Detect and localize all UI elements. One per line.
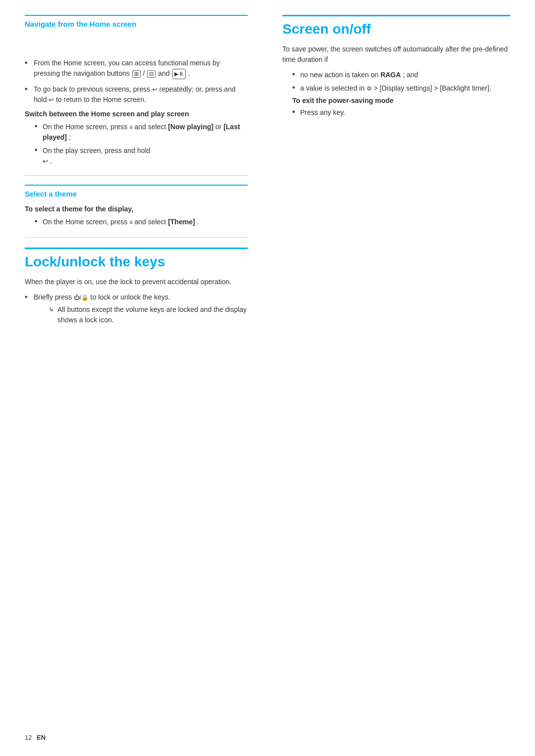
screen-intro: To save power, the screen switches off a… xyxy=(282,44,510,65)
back-icon-3: ↩ xyxy=(43,157,48,165)
switch-bullet-2: • On the play screen, press and hold ↩ . xyxy=(25,146,248,166)
switch-bullet-1-text: On the Home screen, press ≡ and select [… xyxy=(43,122,248,143)
select-theme-section: Select a theme To select a theme for the… xyxy=(25,185,248,227)
menu-icon-2: ≡ xyxy=(129,219,134,226)
language-label: EN xyxy=(37,734,46,741)
page: Navigate from the Home screen • From the… xyxy=(0,0,535,756)
back-icon-1: ↩ xyxy=(152,86,160,93)
lock-header: Lock/unlock the keys xyxy=(25,248,248,270)
nav-icon-right: ⊟ xyxy=(147,70,156,78)
switch-bullet-list: • On the Home screen, press ≡ and select… xyxy=(25,122,248,166)
exit-bullet-text: Press any key. xyxy=(300,107,510,118)
navigate-heading: Navigate from the Home screen xyxy=(25,20,248,28)
screen-bullet-1-text: no new action is taken on RAGA ; and xyxy=(300,70,510,80)
back-icon-2: ↩ xyxy=(49,96,56,103)
lock-arrow-text: All buttons except the volume keys are l… xyxy=(57,304,248,325)
divider-1 xyxy=(25,175,248,176)
navigate-bullet-2: • To go back to previous screens, press … xyxy=(25,84,248,105)
navigate-bullet-2-text: To go back to previous screens, press ↩ … xyxy=(34,84,248,105)
play-pause-icon: ▶⏸ xyxy=(172,69,186,79)
arrow-icon: ↳ xyxy=(49,304,57,314)
screen-heading: Screen on/off xyxy=(282,21,510,37)
power-lock-icon: ⏻/🔒 xyxy=(74,294,91,301)
lock-arrow-item: ↳ All buttons except the volume keys are… xyxy=(34,304,248,325)
navigate-section: Navigate from the Home screen xyxy=(25,15,248,28)
lock-bullet-list: • Briefly press ⏻/🔒 to lock or unlock th… xyxy=(25,292,248,328)
bullet-dot-1: • xyxy=(25,58,34,67)
switch-title: Switch between the Home screen and play … xyxy=(25,110,248,118)
screen-header: Screen on/off xyxy=(282,15,510,37)
lock-intro: When the player is on, use the lock to p… xyxy=(25,277,248,287)
sub-bullet-dot-1: • xyxy=(35,122,43,131)
exit-bullet-dot: • xyxy=(292,107,300,116)
screen-bullet-2-text: a value is selected in ⚙ > [Display sett… xyxy=(300,83,510,94)
select-theme-header: Select a theme xyxy=(25,185,248,198)
navigate-bullet-1-text: From the Home screen, you can access fun… xyxy=(34,58,248,79)
right-column: Screen on/off To save power, the screen … xyxy=(277,15,510,333)
lock-bullet-dot: • xyxy=(25,293,34,302)
two-column-layout: Navigate from the Home screen • From the… xyxy=(25,15,510,333)
theme-bullet-1: • On the Home screen, press ≡ and select… xyxy=(25,217,248,227)
screen-bullet-dot-1: • xyxy=(292,70,300,79)
theme-label: [Theme] xyxy=(168,218,195,226)
nav-icon-left: ⊞ xyxy=(132,70,141,78)
navigate-bullet-1: • From the Home screen, you can access f… xyxy=(25,58,248,79)
switch-bullet-1: • On the Home screen, press ≡ and select… xyxy=(25,122,248,143)
navigate-content: • From the Home screen, you can access f… xyxy=(25,58,248,166)
menu-icon-1: ≡ xyxy=(129,124,134,131)
lock-bullet-text: Briefly press ⏻/🔒 to lock or unlock the … xyxy=(34,292,248,328)
theme-bullet-list: • On the Home screen, press ≡ and select… xyxy=(25,217,248,227)
lock-heading: Lock/unlock the keys xyxy=(25,254,248,270)
to-select-label: To select a theme for the display, xyxy=(25,205,248,213)
exit-bullet-1: • Press any key. xyxy=(282,107,510,118)
gear-icon: ⚙ xyxy=(367,85,374,92)
page-number: 12 xyxy=(25,734,32,741)
now-playing-label: [Now playing] xyxy=(168,123,214,131)
select-theme-heading: Select a theme xyxy=(25,190,248,198)
divider-2 xyxy=(25,237,248,238)
switch-section: Switch between the Home screen and play … xyxy=(25,110,248,166)
theme-bullet-text: On the Home screen, press ≡ and select [… xyxy=(43,217,248,227)
lock-arrow-list: ↳ All buttons except the volume keys are… xyxy=(34,304,248,325)
screen-section: Screen on/off To save power, the screen … xyxy=(282,15,510,118)
sub-bullet-dot-2: • xyxy=(35,146,43,154)
theme-bullet-dot: • xyxy=(35,217,43,226)
navigate-bullet-list: • From the Home screen, you can access f… xyxy=(25,58,248,105)
page-number-area: 12 EN xyxy=(25,734,46,741)
lock-section: Lock/unlock the keys When the player is … xyxy=(25,248,248,328)
raga-label: RAGA xyxy=(380,71,401,79)
screen-bullet-dot-2: • xyxy=(292,83,300,92)
screen-bullet-1: • no new action is taken on RAGA ; and xyxy=(282,70,510,80)
switch-bullet-2-text: On the play screen, press and hold ↩ . xyxy=(43,146,248,166)
left-column: Navigate from the Home screen • From the… xyxy=(25,15,258,333)
exit-bullet-list: • Press any key. xyxy=(282,107,510,118)
bullet-dot-2: • xyxy=(25,85,34,94)
lock-bullet-1: • Briefly press ⏻/🔒 to lock or unlock th… xyxy=(25,292,248,328)
exit-label: To exit the power-saving mode xyxy=(292,97,510,104)
nav-icons-inline: ⊞ / ⊟ and ▶⏸ xyxy=(132,69,188,77)
screen-bullet-2: • a value is selected in ⚙ > [Display se… xyxy=(282,83,510,94)
screen-bullet-list: • no new action is taken on RAGA ; and •… xyxy=(282,70,510,94)
